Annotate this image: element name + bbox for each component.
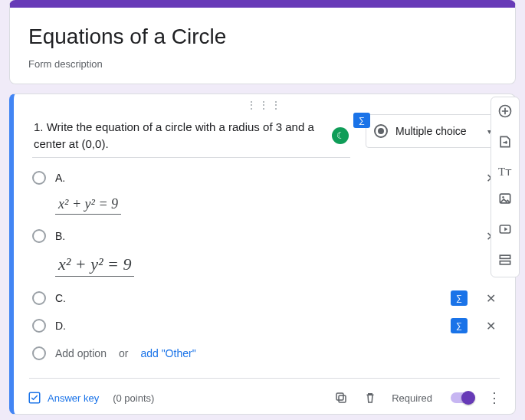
video-icon <box>497 221 513 237</box>
question-prompt-text: 1. Write the equation of a circle with a… <box>34 119 327 153</box>
option-equation-image[interactable]: x² + y² = 9 <box>55 253 134 277</box>
svg-rect-8 <box>500 261 510 264</box>
required-toggle[interactable] <box>451 392 474 403</box>
svg-rect-7 <box>500 255 510 258</box>
radio-icon <box>32 229 46 243</box>
equation-active-icon[interactable]: ☾ <box>332 127 349 144</box>
duplicate-button[interactable] <box>333 390 349 405</box>
or-text: or <box>119 347 128 359</box>
delete-button[interactable] <box>363 390 378 405</box>
add-option-row: Add option or add "Other" <box>32 340 500 367</box>
add-other-button[interactable]: add "Other" <box>140 347 195 359</box>
option-row: D. ∑ ✕ <box>32 312 500 340</box>
svg-rect-2 <box>336 393 343 400</box>
form-header-card: Equations of a Circle Form description <box>9 0 516 84</box>
more-options-button[interactable]: ⋮ <box>487 389 501 406</box>
option-label-input[interactable]: D. <box>55 320 441 332</box>
radio-icon <box>32 291 46 305</box>
option-equation-image[interactable]: x² + y² = 9 <box>55 195 121 215</box>
option-label-input[interactable]: A. <box>55 172 472 184</box>
image-icon <box>497 191 513 206</box>
drag-handle-icon[interactable]: ⋮⋮⋮ <box>14 94 515 111</box>
radio-icon <box>32 346 46 360</box>
equation-badge-icon[interactable]: ∑ <box>353 113 370 128</box>
add-question-button[interactable] <box>497 103 513 122</box>
close-icon: ✕ <box>486 292 496 305</box>
remove-option-button[interactable]: ✕ <box>481 319 500 333</box>
remove-option-button[interactable]: ✕ <box>481 291 500 306</box>
option-label-input[interactable]: C. <box>55 292 441 304</box>
radio-icon <box>32 171 46 185</box>
required-label: Required <box>392 392 432 404</box>
question-type-label: Multiple choice <box>395 125 467 137</box>
question-type-dropdown[interactable]: Multiple choice ▾ <box>366 114 500 148</box>
question-title-input[interactable]: 1. Write the equation of a circle with a… <box>32 114 350 158</box>
answer-key-button[interactable]: Answer key <box>28 391 99 405</box>
form-description[interactable]: Form description <box>28 58 497 70</box>
add-section-button[interactable] <box>497 252 513 271</box>
trash-icon <box>363 391 377 405</box>
toggle-knob-icon <box>461 391 475 405</box>
option-row: C. ∑ ✕ <box>32 284 500 312</box>
question-card: ⋮⋮⋮ ∑ 1. Write the equation of a circle … <box>9 94 516 415</box>
side-toolbar: Tᴛ <box>491 97 520 277</box>
section-icon <box>497 252 513 267</box>
add-video-button[interactable] <box>497 221 513 240</box>
import-questions-button[interactable] <box>497 134 513 153</box>
option-row: B. ✕ <box>32 222 500 250</box>
check-box-icon <box>28 391 41 405</box>
svg-rect-1 <box>339 395 346 402</box>
text-icon: Tᴛ <box>498 166 512 178</box>
import-icon <box>497 134 513 149</box>
plus-circle-icon <box>497 103 513 119</box>
add-image-button[interactable] <box>497 191 513 209</box>
add-title-button[interactable]: Tᴛ <box>498 165 512 179</box>
options-list: A. ✕ x² + y² = 9 B. ✕ x² + y² = 9 C. ∑ ✕… <box>14 158 515 367</box>
points-label: (0 points) <box>113 392 154 404</box>
radio-icon <box>32 319 46 333</box>
radio-icon <box>374 124 388 138</box>
form-title[interactable]: Equations of a Circle <box>28 25 497 49</box>
copy-icon <box>334 391 348 405</box>
close-icon: ✕ <box>486 320 496 333</box>
equation-badge-icon[interactable]: ∑ <box>451 318 468 333</box>
answer-key-label: Answer key <box>48 392 99 404</box>
option-row: A. ✕ <box>32 164 500 192</box>
svg-point-5 <box>502 196 504 199</box>
add-option-button[interactable]: Add option <box>55 347 107 359</box>
option-label-input[interactable]: B. <box>55 230 472 242</box>
equation-badge-icon[interactable]: ∑ <box>451 290 468 306</box>
question-footer: Answer key (0 points) Required ⋮ <box>14 379 515 414</box>
